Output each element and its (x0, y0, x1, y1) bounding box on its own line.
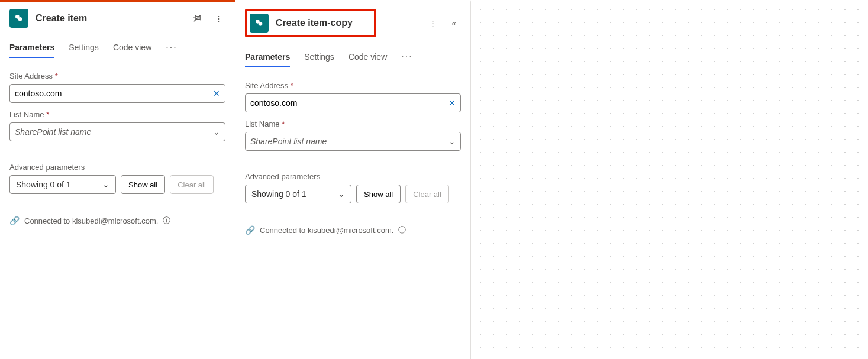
link-icon: 🔗 (9, 216, 20, 225)
connected-text: Connected to kisubedi@microsoft.com. (260, 226, 393, 235)
clear-all-button[interactable]: Clear all (170, 175, 214, 194)
site-address-label: Site Address * (9, 72, 225, 80)
panel-title: Create item (36, 13, 183, 24)
clear-site-icon[interactable]: ✕ (448, 98, 456, 108)
list-name-placeholder: SharePoint list name (15, 127, 91, 137)
tab-parameters[interactable]: Parameters (9, 43, 54, 58)
list-name-select[interactable]: SharePoint list name ⌄ (9, 122, 225, 141)
link-icon: 🔗 (245, 225, 255, 235)
list-name-label: List Name * (245, 119, 461, 128)
connected-row: 🔗 Connected to kisubedi@microsoft.com. ⓘ (235, 203, 470, 235)
show-all-button[interactable]: Show all (121, 175, 165, 194)
show-all-button[interactable]: Show all (356, 185, 401, 203)
advanced-showing: Showing 0 of 1 (251, 189, 306, 199)
advanced-select[interactable]: Showing 0 of 1 ⌄ (245, 185, 351, 203)
tab-parameters[interactable]: Parameters (245, 52, 290, 67)
info-icon[interactable]: ⓘ (163, 215, 170, 226)
chevron-left-double-icon: « (451, 19, 456, 28)
tab-codeview[interactable]: Code view (349, 52, 387, 67)
panel-title: Create item-copy (276, 18, 353, 28)
info-icon[interactable]: ⓘ (398, 225, 406, 235)
field-site-address: Site Address * ✕ (0, 64, 235, 110)
connected-row: 🔗 Connected to kisubedi@microsoft.com. ⓘ (0, 194, 235, 226)
field-list-name: List Name * SharePoint list name ⌄ (0, 110, 235, 148)
sharepoint-icon (250, 14, 269, 33)
tab-codeview[interactable]: Code view (113, 43, 151, 58)
panel-create-item: Create item ⋮ Parameters Settings Code v… (0, 0, 235, 359)
more-menu-button[interactable]: ⋮ (211, 11, 225, 25)
panel-create-item-copy: Create item-copy ⋮ « Parameters Settings… (235, 0, 471, 359)
site-address-input-wrap[interactable]: ✕ (245, 93, 461, 112)
site-address-label: Site Address * (245, 81, 461, 90)
panel-header: Create item-copy ⋮ « (235, 2, 470, 51)
field-list-name: List Name * SharePoint list name ⌄ (235, 119, 470, 158)
panel-header: Create item ⋮ (0, 2, 235, 42)
chevron-down-icon: ⌄ (102, 180, 109, 189)
collapse-button[interactable]: « (447, 16, 461, 30)
more-menu-button[interactable]: ⋮ (425, 16, 440, 30)
advanced-row: Showing 0 of 1 ⌄ Show all Clear all (0, 175, 235, 194)
tabs: Parameters Settings Code view ··· (235, 51, 470, 74)
highlight-box-header: Create item-copy (245, 9, 376, 37)
tab-settings[interactable]: Settings (304, 52, 334, 67)
advanced-parameters-label: Advanced parameters (9, 163, 225, 172)
advanced-parameters-label: Advanced parameters (245, 172, 461, 181)
chevron-down-icon: ⌄ (448, 137, 456, 146)
chevron-down-icon: ⌄ (213, 127, 220, 137)
site-address-input[interactable] (250, 98, 448, 108)
svg-point-4 (259, 22, 263, 26)
list-name-placeholder: SharePoint list name (250, 137, 327, 146)
vertical-dots-icon: ⋮ (429, 19, 437, 28)
sharepoint-icon (9, 9, 28, 28)
chevron-down-icon: ⌄ (338, 189, 345, 199)
tab-settings[interactable]: Settings (69, 43, 99, 58)
field-site-address: Site Address * ✕ (235, 74, 470, 119)
clear-all-button[interactable]: Clear all (405, 185, 449, 203)
site-address-input-wrap[interactable]: ✕ (9, 84, 225, 103)
list-name-select[interactable]: SharePoint list name ⌄ (245, 132, 461, 151)
tab-more[interactable]: ··· (401, 51, 412, 68)
clear-site-icon[interactable]: ✕ (213, 89, 220, 98)
advanced-showing: Showing 0 of 1 (16, 180, 71, 189)
advanced-row: Showing 0 of 1 ⌄ Show all Clear all (235, 185, 470, 203)
advanced-select[interactable]: Showing 0 of 1 ⌄ (9, 175, 116, 194)
tabs: Parameters Settings Code view ··· (0, 42, 235, 64)
svg-point-1 (18, 17, 22, 21)
flow-canvas[interactable]: Manually trigger a flow + Create item 🔗 (471, 0, 868, 359)
unpin-button[interactable] (190, 11, 204, 25)
site-address-input[interactable] (15, 89, 213, 98)
vertical-dots-icon: ⋮ (215, 14, 222, 23)
list-name-label: List Name * (9, 110, 225, 119)
connected-text: Connected to kisubedi@microsoft.com. (24, 216, 158, 225)
tab-more[interactable]: ··· (166, 42, 177, 59)
